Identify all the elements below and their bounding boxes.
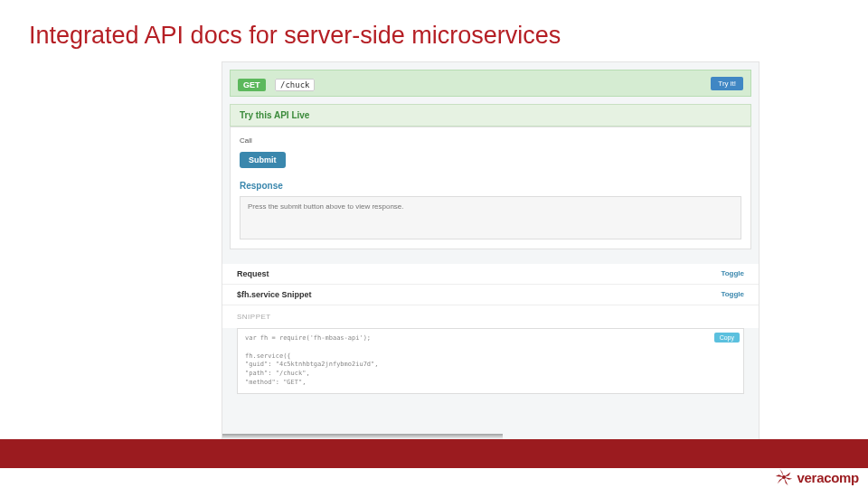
code-line: "guid": "4c5ktnhbtga2jnfybmo2iu7d", — [245, 361, 736, 370]
brand: veracomp — [774, 466, 859, 488]
submit-button[interactable]: Submit — [240, 152, 286, 168]
endpoint-header[interactable]: GET /chuck Try it! — [230, 70, 751, 97]
snippet-label: $fh.service Snippet — [237, 290, 312, 299]
brand-logo-icon — [774, 467, 794, 487]
try-live-body: Call Submit Response Press the submit bu… — [230, 127, 751, 249]
request-toggle[interactable]: Toggle — [721, 269, 744, 278]
tryit-button[interactable]: Try it! — [711, 77, 743, 90]
snippet-toggle[interactable]: Toggle — [721, 290, 744, 299]
method-badge: GET — [238, 79, 266, 91]
code-snippet: Copy var fh = require('fh-mbaas-api'); f… — [237, 328, 744, 394]
code-line: "path": "/chuck", — [245, 370, 736, 379]
snippet-caption: SNIPPET — [222, 305, 759, 328]
code-line: "method": "GET", — [245, 379, 736, 388]
response-label: Response — [240, 181, 741, 191]
endpoint-path: /chuck — [275, 79, 316, 91]
copy-button[interactable]: Copy — [714, 333, 740, 343]
code-line: fh.service({ — [245, 352, 736, 361]
response-output: Press the submit button above to view re… — [240, 196, 741, 239]
request-label: Request — [237, 269, 269, 278]
api-docs-panel: GET /chuck Try it! Try this API Live Cal… — [222, 61, 760, 448]
brand-text: veracomp — [797, 470, 859, 485]
code-line: var fh = require('fh-mbaas-api'); — [245, 334, 736, 343]
try-live-header: Try this API Live — [230, 104, 751, 127]
footer-bar — [0, 439, 868, 468]
call-label: Call — [240, 136, 741, 145]
snippet-section-row[interactable]: $fh.service Snippet Toggle — [222, 285, 759, 305]
slide-title: Integrated API docs for server-side micr… — [0, 0, 868, 50]
request-section-row[interactable]: Request Toggle — [222, 264, 759, 285]
